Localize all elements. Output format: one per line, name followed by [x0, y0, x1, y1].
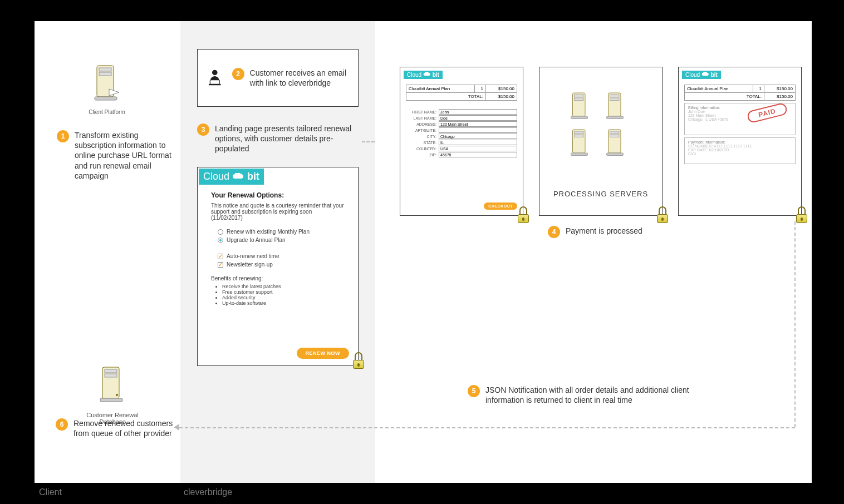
check-newsletter[interactable]: Newsletter sign-up — [218, 261, 345, 268]
svg-rect-15 — [575, 95, 584, 97]
zip-input[interactable]: 45678 — [439, 152, 517, 157]
step-badge-3: 3 — [197, 123, 209, 136]
server-icon — [96, 363, 129, 407]
svg-rect-4 — [95, 97, 117, 100]
receipt-card: Cloud bit Cloudbit Annual Plan1$150.00 T… — [678, 67, 802, 216]
benefits-title: Benefits of renewing: — [211, 275, 345, 281]
svg-rect-2 — [99, 72, 111, 76]
server-icon — [603, 126, 629, 160]
step-badge-4: 4 — [548, 226, 560, 238]
server-icon — [567, 126, 593, 160]
step-6-text: Remove renewed customers from queue of o… — [73, 418, 178, 438]
city-input[interactable]: Chicago — [439, 134, 517, 139]
svg-rect-13 — [209, 84, 221, 85]
step-4: 4 Payment is processed — [548, 226, 681, 238]
step-5-text: JSON Notification with all order details… — [485, 385, 724, 405]
brand-bit: bit — [247, 171, 259, 182]
apt-input[interactable] — [439, 127, 517, 133]
last-name-input[interactable]: Doe — [439, 115, 517, 121]
renewal-title: Your Renewal Options: — [211, 191, 345, 199]
cloudbit-logo: Cloud bit — [199, 169, 264, 185]
svg-rect-12 — [210, 80, 219, 85]
svg-rect-29 — [607, 153, 624, 156]
radio-annual[interactable]: Upgrade to Annual Plan — [218, 237, 345, 243]
landing-body: Your Renewal Options: This notice and qu… — [198, 186, 358, 312]
step-badge-1: 1 — [57, 130, 69, 142]
step-badge-2: 2 — [232, 68, 244, 80]
customer-email-card: 2 Customer receives an email with link t… — [197, 49, 359, 107]
checkout-button[interactable]: CHECKOUT — [484, 202, 517, 210]
cloudbit-logo: Cloud bit — [404, 71, 443, 79]
country-input[interactable]: USA — [439, 146, 517, 151]
step-4-text: Payment is processed — [566, 226, 642, 236]
column-cleverbridge-right: Cloud bit Cloudbit Annual Plan1$150.00 T… — [375, 21, 812, 483]
diagram-canvas: Client Platform 1 Transform existing sub… — [33, 20, 811, 484]
step-6: 6 Remove renewed customers from queue of… — [56, 418, 178, 438]
check-autorenew[interactable]: Auto-renew next time — [218, 253, 345, 259]
server-icon — [567, 90, 593, 123]
svg-marker-5 — [109, 89, 119, 96]
step-3: 3 Landing page presents tailored renewal… — [197, 123, 359, 154]
first-name-input[interactable]: John — [439, 109, 517, 115]
benefits-list: Receive the latest patches Free customer… — [219, 284, 345, 306]
lock-icon — [351, 352, 366, 369]
section-label-client: Client — [39, 487, 62, 497]
lock-icon — [655, 206, 670, 223]
svg-rect-20 — [610, 98, 620, 101]
svg-point-9 — [116, 394, 118, 396]
arrow-left-icon — [174, 424, 179, 431]
renewal-notice: This notice and quote is a courtesy remi… — [211, 202, 345, 221]
processing-servers-label: PROCESSING SERVERS — [539, 190, 662, 198]
svg-rect-8 — [105, 374, 117, 377]
radio-monthly[interactable]: Renew with existing Monthly Plan — [218, 229, 345, 235]
step-badge-6: 6 — [56, 418, 68, 431]
svg-point-11 — [212, 70, 218, 76]
section-label-cleverbridge: cleverbridge — [184, 487, 232, 497]
step-badge-5: 5 — [468, 385, 480, 397]
step-3-text: Landing page presents tailored renewal o… — [215, 123, 359, 154]
svg-rect-16 — [575, 98, 584, 101]
step-5: 5 JSON Notification with all order detai… — [468, 385, 724, 405]
return-flow-line — [179, 427, 795, 428]
column-cleverbridge-left: 2 Customer receives an email with link t… — [180, 21, 375, 483]
svg-rect-25 — [571, 153, 588, 156]
step-1: 1 Transform existing subscription inform… — [57, 130, 173, 181]
svg-rect-10 — [100, 398, 122, 402]
cloudbit-logo: Cloud bit — [682, 71, 721, 79]
order-table: Cloudbit Annual Plan1$150.00 TOTAL:$150.… — [684, 85, 796, 101]
lock-icon — [794, 206, 809, 223]
server-icon — [603, 90, 629, 123]
return-flow-line — [794, 221, 796, 427]
client-platform-block: Client Platform — [73, 61, 140, 115]
svg-rect-24 — [575, 135, 584, 137]
server-icon — [90, 61, 124, 106]
svg-rect-7 — [105, 369, 117, 373]
renewal-db-block: Customer Renewal Database — [73, 363, 151, 425]
step-1-text: Transform existing subscription informat… — [75, 130, 173, 181]
svg-rect-17 — [571, 116, 588, 119]
step-2-text: Customer receives an email with link to … — [250, 68, 350, 88]
svg-rect-19 — [610, 95, 620, 97]
brand-cloud: Cloud — [203, 171, 229, 182]
lock-icon — [516, 206, 531, 223]
landing-page-card: Cloud bit Your Renewal Options: This not… — [197, 167, 359, 366]
order-table: Cloudbit Annual Plan1$150.00 TOTAL:$150.… — [406, 85, 517, 101]
checkout-card: Cloud bit Cloudbit Annual Plan1$150.00 T… — [400, 67, 523, 216]
svg-rect-21 — [607, 116, 624, 119]
payment-info-box: Payment Information: CC NUMBER: 4111 111… — [684, 137, 796, 164]
state-input[interactable]: IL — [439, 140, 517, 145]
address-input[interactable]: 123 Main Street — [439, 121, 517, 127]
client-platform-label: Client Platform — [73, 109, 140, 115]
renew-now-button[interactable]: RENEW NOW — [297, 348, 350, 359]
column-client: Client Platform 1 Transform existing sub… — [35, 21, 180, 483]
processing-servers-card: PROCESSING SERVERS — [539, 67, 663, 216]
svg-rect-1 — [99, 68, 111, 71]
svg-rect-28 — [610, 135, 620, 137]
person-laptop-icon — [205, 62, 224, 93]
svg-rect-27 — [610, 131, 620, 134]
billing-info-box: Billing Information: John Doe 123 Main S… — [684, 103, 796, 135]
svg-rect-23 — [575, 131, 584, 134]
